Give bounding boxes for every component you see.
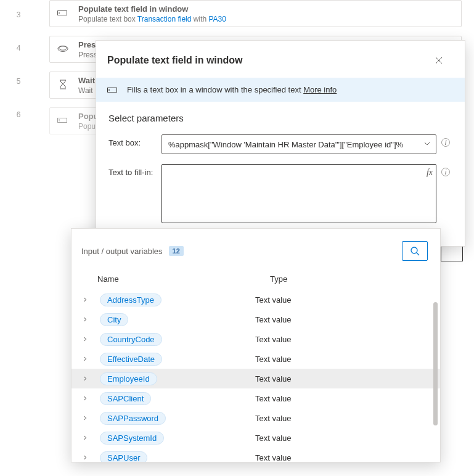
variable-chip[interactable]: SAPClient — [100, 392, 151, 405]
more-info-link[interactable]: More info — [303, 85, 337, 94]
svg-point-3 — [59, 46, 67, 50]
variable-type: Text value — [255, 433, 292, 443]
line-number: 4 — [0, 36, 37, 60]
variable-type: Text value — [255, 315, 292, 324]
col-name: Name — [97, 274, 270, 284]
variable-chip[interactable]: EffectiveDate — [100, 353, 162, 366]
action-title: Wait — [78, 76, 95, 86]
variable-row[interactable]: CityText value — [72, 310, 440, 329]
variable-row[interactable]: EmployeeIdText value — [72, 369, 440, 388]
action-title: Populate text field in window — [78, 4, 226, 15]
expand-icon[interactable] — [83, 435, 97, 440]
help-icon[interactable]: i — [441, 134, 452, 154]
variables-panel: Input / output variables 12 Name Type Ad… — [71, 228, 441, 462]
close-icon — [435, 57, 443, 64]
expand-icon[interactable] — [83, 297, 97, 302]
variable-row[interactable]: SAPSystemIdText value — [72, 428, 440, 448]
textbox-label: Text box: — [108, 134, 157, 154]
textfield-icon — [57, 6, 68, 20]
textbox-select[interactable]: %appmask["Window 'Maintain HR Master Dat… — [161, 134, 436, 154]
press-icon — [57, 41, 68, 56]
params-heading: Select parameters — [108, 113, 452, 123]
expand-icon[interactable] — [83, 455, 97, 460]
expand-icon[interactable] — [83, 356, 97, 361]
fill-textarea[interactable] — [161, 164, 436, 223]
line-number: 3 — [0, 2, 37, 27]
variable-columns: Name Type — [72, 269, 440, 290]
col-type: Type — [270, 274, 287, 284]
variables-list: AddressTypeText valueCityText valueCount… — [72, 290, 440, 462]
variable-chip[interactable]: City — [100, 313, 128, 326]
variable-row[interactable]: EffectiveDateText value — [72, 349, 440, 369]
dialog-title: Populate text field in window — [107, 55, 243, 66]
variable-chip[interactable]: EmployeeId — [100, 372, 157, 385]
line-numbers: 3 4 5 6 — [0, 0, 37, 127]
textbox-value: %appmask["Window 'Maintain HR Master Dat… — [168, 140, 403, 149]
search-icon — [410, 246, 420, 256]
hourglass-icon — [57, 77, 68, 92]
action-subtitle: Wait — [78, 86, 95, 96]
variable-chip[interactable]: CountryCode — [100, 333, 162, 346]
variable-type: Text value — [255, 295, 292, 305]
expand-icon[interactable] — [83, 396, 97, 401]
action-config-dialog: Populate text field in window Fills a te… — [96, 40, 465, 247]
expand-icon[interactable] — [83, 317, 97, 322]
variable-chip[interactable]: SAPUser — [100, 451, 147, 462]
variable-row[interactable]: SAPPasswordText value — [72, 408, 440, 428]
close-button[interactable] — [435, 52, 452, 69]
variable-type: Text value — [255, 374, 292, 384]
expand-icon[interactable] — [83, 416, 97, 421]
expand-icon[interactable] — [83, 337, 97, 342]
textfield-icon — [107, 86, 118, 94]
info-bar: Fills a text box in a window with the sp… — [96, 78, 465, 102]
svg-point-8 — [411, 247, 417, 253]
action-populate-text[interactable]: Populate text field in window Populate t… — [49, 0, 462, 27]
variables-title: Input / output variables 12 — [81, 246, 184, 256]
chevron-down-icon — [423, 140, 431, 147]
variable-chip[interactable]: AddressType — [100, 293, 161, 306]
variable-type: Text value — [255, 335, 292, 344]
variable-type: Text value — [255, 453, 292, 462]
variable-type: Text value — [255, 355, 292, 364]
variable-type: Text value — [255, 414, 292, 423]
line-number: 6 — [0, 102, 37, 127]
variable-row[interactable]: SAPClientText value — [72, 388, 440, 408]
help-icon[interactable]: i — [441, 164, 452, 225]
action-subtitle: Populate text box Transaction field with… — [78, 15, 226, 25]
variable-chip[interactable]: SAPPassword — [100, 412, 166, 425]
info-text: Fills a text box in a window with the sp… — [127, 85, 337, 94]
svg-line-9 — [417, 253, 419, 255]
variable-chip[interactable]: SAPSystemId — [100, 432, 164, 445]
search-button[interactable] — [402, 241, 428, 261]
fill-label: Text to fill-in: — [108, 164, 157, 225]
partial-button[interactable] — [441, 244, 463, 261]
variable-row[interactable]: SAPUserText value — [72, 448, 440, 462]
fx-button[interactable]: fx — [427, 168, 433, 178]
variable-row[interactable]: AddressTypeText value — [72, 290, 440, 310]
variables-count: 12 — [169, 246, 184, 256]
expand-icon[interactable] — [83, 376, 97, 381]
line-number: 5 — [0, 69, 37, 94]
textfield-icon — [57, 113, 68, 128]
variable-type: Text value — [255, 394, 292, 403]
scrollbar[interactable] — [433, 302, 438, 444]
variable-row[interactable]: CountryCodeText value — [72, 329, 440, 349]
